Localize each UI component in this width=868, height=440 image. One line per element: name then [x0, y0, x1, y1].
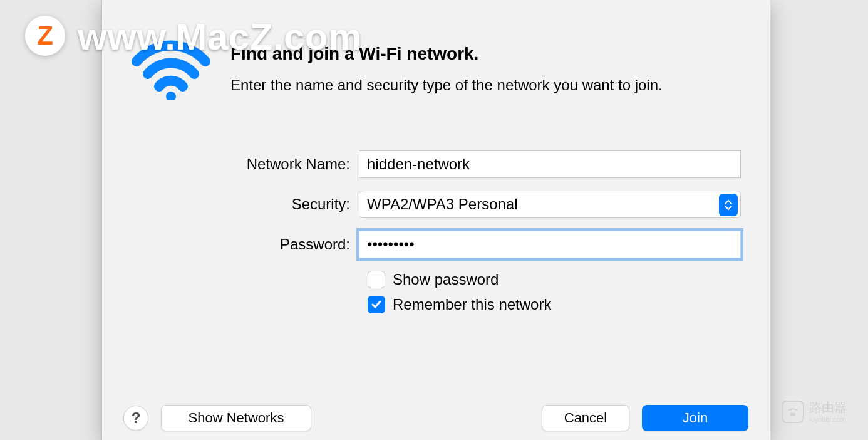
- show-password-checkbox[interactable]: [368, 271, 385, 288]
- join-button[interactable]: Join: [642, 405, 748, 431]
- security-select-value: WPA2/WPA3 Personal: [367, 196, 518, 213]
- button-bar: ? Show Networks Cancel Join: [123, 405, 748, 431]
- dialog-header: Find and join a Wi-Fi network. Enter the…: [130, 38, 744, 100]
- password-label: Password:: [202, 236, 359, 253]
- form-area: Network Name: Security: WPA2/WPA3 Person…: [202, 150, 747, 321]
- remember-network-label: Remember this network: [393, 296, 551, 313]
- help-button[interactable]: ?: [123, 406, 148, 431]
- row-security: Security: WPA2/WPA3 Personal: [202, 191, 747, 218]
- svg-rect-1: [790, 413, 795, 416]
- network-name-label: Network Name:: [202, 155, 359, 173]
- security-select[interactable]: WPA2/WPA3 Personal: [359, 191, 741, 218]
- corner-watermark-line2: luyouqi.com: [809, 416, 847, 423]
- remember-network-checkbox[interactable]: [368, 296, 385, 313]
- row-remember-network[interactable]: Remember this network: [368, 296, 747, 313]
- wifi-icon: [130, 38, 212, 100]
- network-name-input[interactable]: [359, 150, 741, 178]
- wifi-join-dialog: Find and join a Wi-Fi network. Enter the…: [101, 0, 770, 440]
- show-password-label: Show password: [393, 271, 499, 288]
- dialog-subtitle: Enter the name and security type of the …: [230, 75, 706, 95]
- row-network-name: Network Name:: [202, 150, 747, 178]
- password-input[interactable]: [359, 231, 741, 258]
- dialog-title: Find and join a Wi-Fi network.: [230, 44, 744, 64]
- svg-point-0: [166, 92, 176, 100]
- security-label: Security:: [202, 196, 359, 213]
- select-arrows-icon: [719, 194, 738, 216]
- show-networks-button[interactable]: Show Networks: [161, 405, 311, 431]
- corner-watermark-line1: 路由器: [809, 401, 847, 414]
- heading-box: Find and join a Wi-Fi network. Enter the…: [230, 38, 744, 95]
- cancel-button[interactable]: Cancel: [542, 405, 629, 431]
- row-show-password[interactable]: Show password: [368, 271, 747, 288]
- macz-logo-icon: Z: [25, 16, 65, 56]
- row-password: Password:: [202, 231, 747, 258]
- corner-watermark: 路由器 luyouqi.com: [775, 391, 863, 432]
- router-icon: [782, 401, 804, 423]
